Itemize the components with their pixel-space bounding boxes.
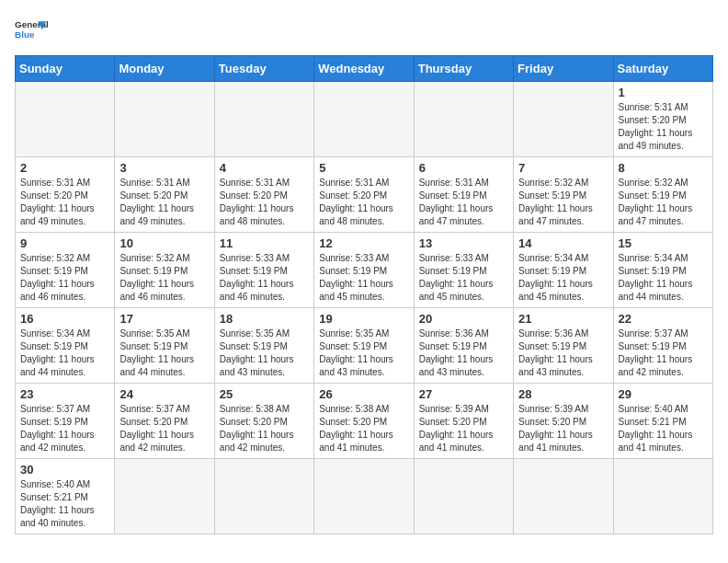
calendar-row: 23Sunrise: 5:37 AMSunset: 5:19 PMDayligh… (16, 384, 713, 459)
day-number: 12 (319, 236, 408, 250)
day-number: 13 (419, 236, 508, 250)
day-info: Sunrise: 5:34 AMSunset: 5:19 PMDaylight:… (20, 327, 109, 379)
day-number: 27 (419, 387, 508, 401)
calendar-row: 1Sunrise: 5:31 AMSunset: 5:20 PMDaylight… (16, 82, 713, 157)
calendar-cell: 23Sunrise: 5:37 AMSunset: 5:19 PMDayligh… (16, 384, 115, 459)
calendar-cell: 28Sunrise: 5:39 AMSunset: 5:20 PMDayligh… (514, 384, 613, 459)
day-number: 16 (20, 312, 109, 326)
svg-text:Blue: Blue (15, 29, 35, 40)
day-info: Sunrise: 5:32 AMSunset: 5:19 PMDaylight:… (119, 252, 209, 304)
calendar-cell: 13Sunrise: 5:33 AMSunset: 5:19 PMDayligh… (414, 233, 513, 308)
day-number: 20 (419, 312, 508, 326)
day-number: 5 (319, 161, 408, 175)
day-number: 18 (220, 312, 309, 326)
day-info: Sunrise: 5:35 AMSunset: 5:19 PMDaylight:… (119, 327, 209, 379)
day-info: Sunrise: 5:40 AMSunset: 5:21 PMDaylight:… (20, 478, 109, 530)
calendar-cell: 18Sunrise: 5:35 AMSunset: 5:19 PMDayligh… (214, 308, 313, 384)
calendar-cell: 22Sunrise: 5:37 AMSunset: 5:19 PMDayligh… (613, 308, 712, 384)
calendar-cell: 24Sunrise: 5:37 AMSunset: 5:20 PMDayligh… (115, 384, 214, 459)
day-info: Sunrise: 5:38 AMSunset: 5:20 PMDaylight:… (319, 403, 408, 454)
day-number: 26 (319, 387, 408, 401)
day-number: 28 (518, 387, 608, 401)
day-info: Sunrise: 5:32 AMSunset: 5:19 PMDaylight:… (619, 177, 708, 228)
calendar-cell (115, 82, 214, 157)
day-info: Sunrise: 5:39 AMSunset: 5:20 PMDaylight:… (419, 403, 508, 454)
calendar-cell (314, 82, 414, 157)
day-number: 25 (220, 387, 309, 401)
weekday-header-sunday: Sunday (16, 56, 115, 82)
calendar-cell: 3Sunrise: 5:31 AMSunset: 5:20 PMDaylight… (115, 157, 214, 233)
calendar-cell: 8Sunrise: 5:32 AMSunset: 5:19 PMDaylight… (613, 157, 712, 233)
day-number: 22 (619, 312, 708, 326)
calendar-cell: 12Sunrise: 5:33 AMSunset: 5:19 PMDayligh… (314, 233, 414, 308)
calendar-cell (514, 82, 613, 157)
day-info: Sunrise: 5:37 AMSunset: 5:19 PMDaylight:… (619, 327, 708, 379)
calendar-table: SundayMondayTuesdayWednesdayThursdayFrid… (15, 55, 713, 534)
calendar-cell: 26Sunrise: 5:38 AMSunset: 5:20 PMDayligh… (314, 384, 414, 459)
day-info: Sunrise: 5:32 AMSunset: 5:19 PMDaylight:… (518, 177, 608, 228)
day-info: Sunrise: 5:34 AMSunset: 5:19 PMDaylight:… (619, 252, 708, 304)
calendar-cell: 16Sunrise: 5:34 AMSunset: 5:19 PMDayligh… (16, 308, 115, 384)
calendar-cell-empty (414, 459, 513, 534)
day-number: 7 (518, 161, 608, 175)
weekday-header-row: SundayMondayTuesdayWednesdayThursdayFrid… (16, 56, 713, 82)
calendar-cell-empty (514, 459, 613, 534)
day-number: 11 (220, 236, 309, 250)
calendar-cell: 1Sunrise: 5:31 AMSunset: 5:20 PMDaylight… (613, 82, 712, 157)
calendar-cell: 10Sunrise: 5:32 AMSunset: 5:19 PMDayligh… (115, 233, 214, 308)
day-info: Sunrise: 5:31 AMSunset: 5:20 PMDaylight:… (220, 177, 309, 228)
day-info: Sunrise: 5:37 AMSunset: 5:20 PMDaylight:… (119, 403, 209, 454)
day-info: Sunrise: 5:31 AMSunset: 5:19 PMDaylight:… (419, 177, 508, 228)
day-info: Sunrise: 5:34 AMSunset: 5:19 PMDaylight:… (518, 252, 608, 304)
calendar-cell: 14Sunrise: 5:34 AMSunset: 5:19 PMDayligh… (514, 233, 613, 308)
calendar-cell: 20Sunrise: 5:36 AMSunset: 5:19 PMDayligh… (414, 308, 513, 384)
day-info: Sunrise: 5:35 AMSunset: 5:19 PMDaylight:… (220, 327, 309, 379)
weekday-header-monday: Monday (115, 56, 214, 82)
calendar-cell: 2Sunrise: 5:31 AMSunset: 5:20 PMDaylight… (16, 157, 115, 233)
day-number: 6 (419, 161, 508, 175)
calendar-cell-empty (115, 459, 214, 534)
page-header: General Blue (15, 15, 713, 48)
calendar-cell: 27Sunrise: 5:39 AMSunset: 5:20 PMDayligh… (414, 384, 513, 459)
day-number: 14 (518, 236, 608, 250)
day-number: 2 (20, 161, 109, 175)
day-number: 19 (319, 312, 408, 326)
calendar-cell (16, 82, 115, 157)
calendar-cell (414, 82, 513, 157)
calendar-cell-empty (613, 459, 712, 534)
day-number: 4 (220, 161, 309, 175)
logo: General Blue (15, 15, 48, 48)
day-number: 10 (119, 236, 209, 250)
calendar-cell: 19Sunrise: 5:35 AMSunset: 5:19 PMDayligh… (314, 308, 414, 384)
calendar-cell: 7Sunrise: 5:32 AMSunset: 5:19 PMDaylight… (514, 157, 613, 233)
day-info: Sunrise: 5:33 AMSunset: 5:19 PMDaylight:… (319, 252, 408, 304)
weekday-header-wednesday: Wednesday (314, 56, 414, 82)
day-info: Sunrise: 5:35 AMSunset: 5:19 PMDaylight:… (319, 327, 408, 379)
calendar-cell: 29Sunrise: 5:40 AMSunset: 5:21 PMDayligh… (613, 384, 712, 459)
calendar-cell: 4Sunrise: 5:31 AMSunset: 5:20 PMDaylight… (214, 157, 313, 233)
weekday-header-friday: Friday (514, 56, 613, 82)
day-info: Sunrise: 5:33 AMSunset: 5:19 PMDaylight:… (419, 252, 508, 304)
calendar-row: 30Sunrise: 5:40 AMSunset: 5:21 PMDayligh… (16, 459, 713, 534)
day-number: 29 (619, 387, 708, 401)
day-number: 17 (119, 312, 209, 326)
weekday-header-saturday: Saturday (613, 56, 712, 82)
day-info: Sunrise: 5:33 AMSunset: 5:19 PMDaylight:… (220, 252, 309, 304)
calendar-cell: 30Sunrise: 5:40 AMSunset: 5:21 PMDayligh… (16, 459, 115, 534)
calendar-cell: 6Sunrise: 5:31 AMSunset: 5:19 PMDaylight… (414, 157, 513, 233)
day-info: Sunrise: 5:32 AMSunset: 5:19 PMDaylight:… (20, 252, 109, 304)
weekday-header-tuesday: Tuesday (214, 56, 313, 82)
day-number: 9 (20, 236, 109, 250)
calendar-cell: 9Sunrise: 5:32 AMSunset: 5:19 PMDaylight… (16, 233, 115, 308)
day-info: Sunrise: 5:31 AMSunset: 5:20 PMDaylight:… (319, 177, 408, 228)
weekday-header-thursday: Thursday (414, 56, 513, 82)
calendar-cell: 15Sunrise: 5:34 AMSunset: 5:19 PMDayligh… (613, 233, 712, 308)
calendar-row: 16Sunrise: 5:34 AMSunset: 5:19 PMDayligh… (16, 308, 713, 384)
calendar-row: 2Sunrise: 5:31 AMSunset: 5:20 PMDaylight… (16, 157, 713, 233)
day-number: 1 (619, 86, 708, 99)
day-info: Sunrise: 5:31 AMSunset: 5:20 PMDaylight:… (20, 177, 109, 228)
day-number: 8 (619, 161, 708, 175)
calendar-cell: 17Sunrise: 5:35 AMSunset: 5:19 PMDayligh… (115, 308, 214, 384)
calendar-cell: 5Sunrise: 5:31 AMSunset: 5:20 PMDaylight… (314, 157, 414, 233)
day-info: Sunrise: 5:38 AMSunset: 5:20 PMDaylight:… (220, 403, 309, 454)
